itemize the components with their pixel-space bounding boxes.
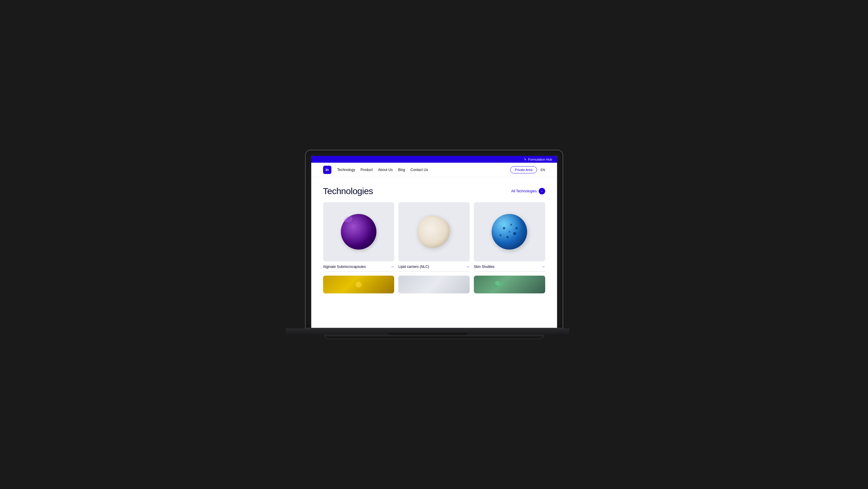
private-area-button[interactable]: Private Area (510, 166, 537, 173)
nav-product[interactable]: Product (361, 168, 373, 172)
logo[interactable]: in (323, 166, 331, 174)
nav-links: Technology Product About Us Blog Contact… (337, 168, 428, 172)
card-bottom-yellow[interactable] (323, 276, 395, 293)
yellow-texture (323, 276, 395, 293)
card-arrow-alginate: → (390, 264, 394, 269)
nav-contact-us[interactable]: Contact Us (410, 168, 428, 172)
card-label-text-skin-shuttles: Skin Shuttles (474, 265, 495, 269)
browser-screen: ↳ Formulation Hub in Technology Product … (311, 156, 557, 328)
nav-blog[interactable]: Blog (398, 168, 405, 172)
card-image-alginate (323, 202, 395, 261)
nav-right-group: Private Area EN (510, 166, 545, 173)
top-announcement-bar: ↳ Formulation Hub (311, 156, 557, 163)
all-tech-label: All Technologies (511, 189, 537, 193)
screen-bezel: ↳ Formulation Hub in Technology Product … (305, 150, 563, 328)
green-texture (474, 276, 545, 293)
arrow-icon: ↳ (524, 157, 527, 161)
card-bottom-green[interactable] (474, 276, 545, 293)
card-image-skin-shuttles (474, 202, 545, 261)
card-label-alginate: Alginate Submicrocapsules → (323, 264, 395, 271)
sphere-blue-visual (492, 214, 527, 250)
main-nav: in Technology Product About Us Blog Cont… (311, 163, 557, 177)
technology-cards-grid: Alginate Submicrocapsules → Lipid carrie… (323, 202, 545, 271)
card-label-lipid: Lipid carriers (NLC) → (398, 264, 470, 271)
all-technologies-link[interactable]: All Technologies › (511, 188, 545, 194)
bottom-cards-grid (323, 276, 545, 293)
laptop-container: ↳ Formulation Hub in Technology Product … (305, 150, 563, 339)
laptop-base (286, 328, 569, 335)
language-selector[interactable]: EN (540, 168, 545, 172)
sphere-purple-visual (341, 214, 376, 250)
card-alginate[interactable]: Alginate Submicrocapsules → (323, 202, 395, 271)
blob-cream-visual (417, 215, 450, 248)
card-label-text-lipid: Lipid carriers (NLC) (398, 265, 429, 269)
card-arrow-skin-shuttles: → (541, 264, 545, 269)
all-tech-arrow-circle: › (539, 188, 545, 194)
main-content: Technologies All Technologies › Alginate… (311, 177, 557, 302)
formulation-hub-label: Formulation Hub (528, 158, 552, 161)
laptop-stand (324, 335, 544, 339)
card-label-text-alginate: Alginate Submicrocapsules (323, 265, 366, 269)
card-bottom-gray[interactable] (398, 276, 470, 293)
card-image-lipid (398, 202, 470, 261)
nav-left-group: in Technology Product About Us Blog Cont… (323, 166, 428, 174)
card-lipid[interactable]: Lipid carriers (NLC) → (398, 202, 470, 271)
card-skin-shuttles[interactable]: Skin Shuttles → (474, 202, 545, 271)
nav-technology[interactable]: Technology (337, 168, 355, 172)
gray-texture (398, 276, 470, 293)
card-arrow-lipid: → (466, 264, 470, 269)
nav-about-us[interactable]: About Us (378, 168, 393, 172)
section-title: Technologies (323, 186, 373, 196)
card-label-skin-shuttles: Skin Shuttles → (474, 264, 545, 271)
section-header: Technologies All Technologies › (323, 186, 545, 196)
